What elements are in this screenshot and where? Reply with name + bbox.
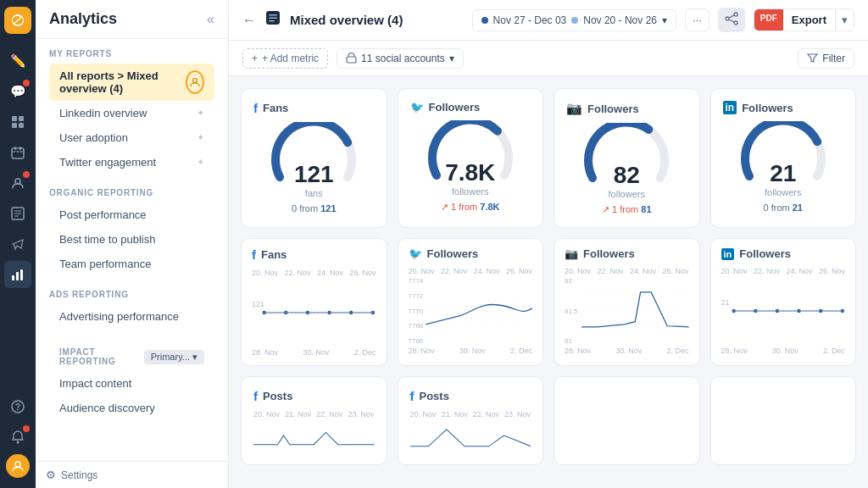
instagram-followers-gauge: 82 followers ↗ 1 from 81 xyxy=(566,123,687,215)
twitter-icon: 🐦 xyxy=(410,101,424,114)
chart-twitter-followers-title: Followers xyxy=(427,247,479,260)
card-linkedin-header: in Followers xyxy=(723,101,844,114)
sidebar-item-best-time[interactable]: Best time to publish xyxy=(49,227,214,252)
chart-fb-icon: f xyxy=(252,247,256,262)
export-button[interactable]: Export xyxy=(783,9,835,30)
add-metric-label: + Add metric xyxy=(262,53,319,64)
svg-rect-30 xyxy=(347,57,356,63)
export-arrow-button[interactable]: ▾ xyxy=(835,9,854,30)
chart-instagram-followers: 📷 Followers 20. Nov22. Nov24. Nov26. Nov… xyxy=(554,238,700,366)
sidebar-item-advertising[interactable]: Advertising performance xyxy=(49,304,214,329)
chart-linkedin-followers-title: Followers xyxy=(739,247,791,260)
chart-ig-y-labels: 8281.581 xyxy=(565,277,578,345)
team-performance-label: Team performance xyxy=(59,258,151,270)
chart-instagram-header: 📷 Followers xyxy=(565,247,689,260)
chart-cards-grid: f Fans 20. Nov22. Nov24. Nov26. Nov 121 xyxy=(241,238,856,366)
chart-li-y-label: 21 xyxy=(721,277,730,328)
impact-row: IMPACT REPORTING Primary... ▾ xyxy=(49,342,214,371)
chart-li-bottom-labels: 28. Nov30. Nov2. Dec xyxy=(721,347,846,355)
card-instagram-followers: 📷 Followers 82 followers ↗ 1 from 81 xyxy=(554,88,700,228)
share-button[interactable] xyxy=(718,8,745,32)
chart-linkedin-followers: in Followers 20. Nov22. Nov24. Nov26. No… xyxy=(710,238,857,366)
nav-calendar[interactable] xyxy=(4,139,31,166)
nav-campaigns[interactable] xyxy=(4,230,31,258)
chart-fb-area: 121 xyxy=(252,279,376,347)
post-performance-label: Post performance xyxy=(59,208,147,221)
posts-card-1: f Posts 20. Nov21. Nov22. Nov23. Nov xyxy=(241,376,387,465)
instagram-icon: 📷 xyxy=(566,101,582,116)
nav-reports[interactable] xyxy=(4,200,31,227)
nav-notifications[interactable] xyxy=(4,424,31,451)
sidebar-item-user-adoption[interactable]: User adoption ✦ xyxy=(49,125,214,150)
twitter-followers-value: 7.8K xyxy=(445,159,495,186)
fb-fans-label: fans xyxy=(294,188,334,198)
svg-point-25 xyxy=(734,13,737,16)
user-action-icon[interactable] xyxy=(186,70,204,94)
my-reports-section: MY REPORTS All reports > Mixed overview … xyxy=(36,39,228,178)
chart-twitter-followers: 🐦 Followers 20. Nov22. Nov24. Nov26. Nov… xyxy=(398,238,544,366)
sidebar: Analytics « MY REPORTS All reports > Mix… xyxy=(36,0,229,488)
twitter-followers-change: ↗ 1 from 7.8K xyxy=(441,202,500,213)
sidebar-item-impact-content[interactable]: Impact content xyxy=(49,371,214,396)
posts-fb-icon-2: f xyxy=(410,389,415,403)
sidebar-item-active-report[interactable]: All reports > Mixed overview (4) xyxy=(49,64,214,101)
back-button[interactable]: ← xyxy=(242,13,256,28)
organic-section: ORGANIC REPORTING Post performance Best … xyxy=(36,178,228,280)
date-range-button[interactable]: Nov 27 - Dec 03 Nov 20 - Nov 26 ▾ xyxy=(472,9,676,31)
brand-logo[interactable] xyxy=(4,7,31,34)
twitter-pin-icon: ✦ xyxy=(197,157,204,168)
linkedin-followers-gauge: 21 followers 0 from 21 xyxy=(723,121,844,213)
chart-twitter-header: 🐦 Followers xyxy=(409,247,533,260)
twitter-label: Twitter engagement xyxy=(59,156,156,169)
linkedin-followers-title: Followers xyxy=(742,102,793,114)
card-instagram-header: 📷 Followers xyxy=(566,101,687,116)
sidebar-item-audience[interactable]: Audience discovery xyxy=(49,396,214,420)
sidebar-item-linkedin[interactable]: Linkedin overview ✦ xyxy=(49,101,214,125)
instagram-followers-value: 82 xyxy=(609,162,645,189)
accounts-button[interactable]: 11 social accounts ▾ xyxy=(337,48,464,69)
nav-compose[interactable]: ✏️ xyxy=(4,47,31,75)
nav-analytics[interactable] xyxy=(4,261,31,288)
more-options-button[interactable]: ··· xyxy=(685,8,709,31)
chart-li-top-labels: 20. Nov22. Nov24. Nov26. Nov xyxy=(721,267,846,275)
posts-card-2: f Posts 20. Nov21. Nov22. Nov23. Nov xyxy=(398,376,544,465)
nav-listening[interactable] xyxy=(4,169,31,197)
ads-label: ADS REPORTING xyxy=(49,290,214,299)
svg-point-27 xyxy=(734,21,737,25)
inbox-badge xyxy=(23,80,30,86)
export-group: PDF Export ▾ xyxy=(754,8,854,31)
accounts-label: 11 social accounts xyxy=(361,53,445,64)
filter-button[interactable]: Filter xyxy=(798,48,854,69)
chart-fb-bottom-labels: 28. Nov30. Nov2. Dec xyxy=(252,348,376,357)
sidebar-collapse-button[interactable]: « xyxy=(207,12,214,27)
nav-user-alert[interactable] xyxy=(6,454,30,478)
chart-twitter-y-labels: 77747772777077687766 xyxy=(409,277,424,345)
twitter-followers-label: followers xyxy=(445,186,495,197)
nav-help[interactable]: ? xyxy=(4,393,31,420)
impact-badge-button[interactable]: Primary... ▾ xyxy=(144,350,204,364)
chart-fb-top-labels: 20. Nov22. Nov24. Nov26. Nov xyxy=(252,269,376,277)
svg-rect-14 xyxy=(16,272,19,280)
content-area: f Fans 121 fans 0 from 121 xyxy=(229,76,868,488)
card-fb-fans-header: f Fans xyxy=(253,101,375,115)
nav-inbox[interactable]: 💬 xyxy=(4,78,31,105)
nav-publishing[interactable] xyxy=(4,108,31,136)
posts-card-2-header: f Posts xyxy=(410,389,531,403)
sidebar-item-post-performance[interactable]: Post performance xyxy=(49,202,214,227)
sidebar-item-team[interactable]: Team performance xyxy=(49,252,214,276)
gauge-cards-grid: f Fans 121 fans 0 from 121 xyxy=(241,88,856,228)
card-twitter-header: 🐦 Followers xyxy=(410,101,531,114)
sidebar-settings[interactable]: ⚙ Settings xyxy=(36,461,228,488)
linkedin-followers-label: followers xyxy=(765,187,801,197)
add-metric-button[interactable]: + + Add metric xyxy=(242,48,328,69)
card-fb-fans: f Fans 121 fans 0 from 121 xyxy=(241,88,387,228)
settings-label: Settings xyxy=(61,469,97,481)
chart-instagram-area: 8281.581 xyxy=(565,277,689,345)
best-time-label: Best time to publish xyxy=(59,233,155,246)
svg-line-28 xyxy=(729,15,734,18)
posts-2-x-labels: 20. Nov21. Nov22. Nov23. Nov xyxy=(410,410,531,419)
chart-twitter-top-labels: 20. Nov22. Nov24. Nov26. Nov xyxy=(409,267,533,275)
posts-cards-grid: f Posts 20. Nov21. Nov22. Nov23. Nov f P… xyxy=(241,376,856,465)
chart-ig-bottom-labels: 28. Nov30. Nov2. Dec xyxy=(565,347,689,355)
sidebar-item-twitter[interactable]: Twitter engagement ✦ xyxy=(49,150,214,175)
